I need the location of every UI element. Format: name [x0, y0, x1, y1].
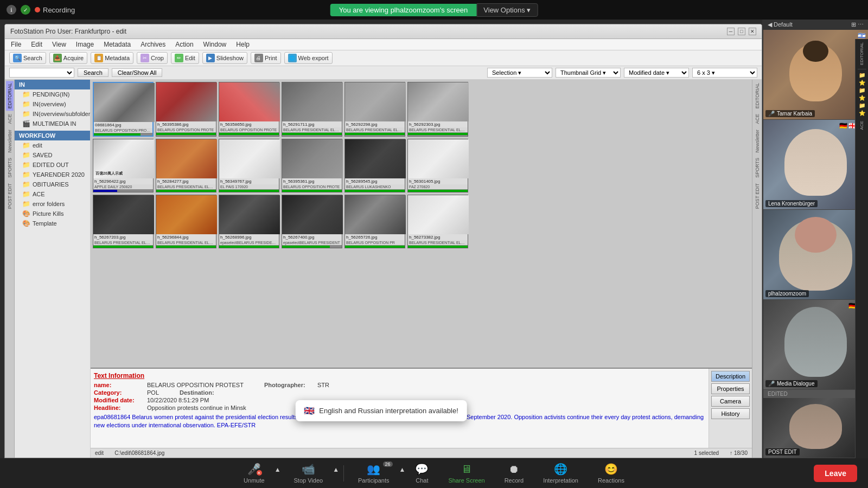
description-tab[interactable]: Description: [711, 371, 750, 382]
category-label: Category:: [94, 389, 143, 396]
vtab-postedit[interactable]: POST EDIT: [6, 181, 14, 211]
sidebar-item-ace[interactable]: 📁 ACE: [15, 189, 90, 199]
in-section-header[interactable]: IN: [15, 80, 90, 89]
clear-button[interactable]: Clear/Show All: [112, 68, 163, 77]
reactions-button[interactable]: 😊 Reactions: [588, 459, 634, 487]
sidebar-item-edit[interactable]: 📁 edit: [15, 140, 90, 150]
vtab-editorial[interactable]: EDITORIAL: [6, 81, 14, 111]
thumbnail-item[interactable]: 08681864.jpg BELARUS OPPOSITION PROTE: [93, 82, 154, 137]
record-button[interactable]: ⏺ Record: [495, 460, 533, 487]
strip-icon-4[interactable]: ⭐: [859, 95, 865, 101]
thumbnail-select[interactable]: Thumbnail Grid ▾: [556, 68, 621, 78]
webexport-toolbar-btn[interactable]: 🌐 Web export: [284, 52, 333, 64]
sidebar-item-obituaries[interactable]: 📁 OBITUARIES: [15, 179, 90, 189]
properties-tab[interactable]: Properties: [711, 383, 750, 394]
menu-edit[interactable]: Edit: [29, 40, 44, 49]
strip-ace[interactable]: ACE: [858, 120, 865, 131]
thumbnail-item[interactable]: h_56358650.jpg BELARUS OPPOSITION PROTE: [219, 82, 279, 137]
vtab-ace[interactable]: ACE: [6, 112, 14, 126]
menu-archives[interactable]: Archives: [139, 40, 167, 49]
menu-view[interactable]: View: [50, 40, 68, 49]
thumbnail-item[interactable]: h_56395361.jpg BELARUS OPPOSITION PROTE: [282, 139, 342, 192]
crop-toolbar-btn[interactable]: ✂ Crop: [137, 52, 168, 64]
chat-button[interactable]: 💬 Chat: [405, 459, 438, 487]
vtab-right-newsletter[interactable]: Newsletter: [754, 127, 761, 155]
strip-editorial[interactable]: EDITORIAL: [858, 41, 865, 66]
thumbnail-item[interactable]: h_56265726.jpg BELARUS OPPOSITION PR: [344, 195, 405, 248]
sidebar-item-multimedia[interactable]: 🎬 MULTIMEDIA IN: [15, 119, 90, 129]
unmute-caret[interactable]: ▲: [275, 466, 281, 473]
sidebar-item-saved[interactable]: 📁 SAVED: [15, 150, 90, 160]
thumbnail-item[interactable]: h_56349767.jpg EL PAIS 170920: [219, 139, 279, 192]
sidebar-item-in-subfolder[interactable]: 📁 IN(overview/subfolder): [15, 109, 90, 119]
participants-caret[interactable]: ▲: [399, 466, 406, 473]
vtab-sports[interactable]: SPORTS: [6, 156, 14, 180]
share-screen-button[interactable]: 🖥 Share Screen: [438, 460, 494, 487]
thumbnail-item[interactable]: h_56395386.jpg BELARUS OPPOSITION PROTE: [156, 82, 216, 137]
history-tab[interactable]: History: [711, 408, 750, 419]
strip-icon-1[interactable]: 📁: [859, 72, 865, 78]
camera-tab[interactable]: Camera: [711, 396, 750, 407]
menu-action[interactable]: Action: [174, 40, 195, 49]
sidebar-editedout-label: EDITED OUT: [33, 162, 69, 168]
sidebar-item-edited-out[interactable]: 📁 EDITED OUT: [15, 160, 90, 170]
thumbnail-item[interactable]: h_56296844.jpg BELARUS PRESIDENTIAL ELEC…: [156, 195, 216, 248]
sidebar-item-in-overview[interactable]: 📁 IN(overview): [15, 99, 90, 109]
strip-icon-6[interactable]: ⭐: [859, 110, 865, 116]
sidebar-item-pending[interactable]: 📁 PENDING(IN): [15, 89, 90, 99]
menu-window[interactable]: Window: [202, 40, 228, 49]
print-toolbar-btn[interactable]: 🖨 Print: [251, 52, 281, 64]
participants-button[interactable]: 👥 26 Participants: [348, 459, 399, 487]
interpretation-button[interactable]: 🌐 Interpretation: [533, 459, 588, 487]
leave-button[interactable]: Leave: [814, 465, 857, 482]
sidebar-item-picture-kills[interactable]: 🎨 Picture Kills: [15, 209, 90, 219]
vtab-right-postedit[interactable]: POST EDIT: [754, 181, 761, 211]
strip-icon-5[interactable]: 📁: [859, 102, 865, 108]
close-button[interactable]: ✕: [749, 28, 756, 35]
thumbnail-item[interactable]: h_56284277.jpg BELARUS PRESIDENTIAL ELEC…: [156, 139, 216, 192]
menu-help[interactable]: Help: [234, 40, 251, 49]
search-button[interactable]: Search: [78, 68, 108, 77]
thumbnail-item[interactable]: h_56292303.jpg BELARUS PRESIDENTIAL ELEC…: [407, 82, 468, 137]
vtab-right-ace[interactable]: ACE: [754, 112, 761, 126]
thumbnail-item[interactable]: h_56267203.jpg BELARUS PRESIDENTIAL ELEC…: [93, 195, 154, 248]
search-toolbar-btn[interactable]: 🔍 Search: [9, 52, 46, 64]
stop-video-button[interactable]: 📹 Stop Video: [284, 459, 333, 487]
edit-toolbar-btn[interactable]: ✏ Edit: [171, 52, 199, 64]
minimize-button[interactable]: ─: [727, 28, 735, 35]
selection-select[interactable]: Selection ▾: [487, 68, 552, 78]
filter-select[interactable]: [9, 68, 74, 78]
view-options-button[interactable]: View Options ▾: [476, 3, 538, 17]
slideshow-toolbar-btn[interactable]: ▶ Slideshow: [202, 52, 247, 64]
menu-image[interactable]: Image: [74, 40, 95, 49]
thumbnail-item[interactable]: 百億20萬人示威 h_56296422.jpg APPLE DAILY 2508…: [93, 139, 154, 192]
menu-metadata[interactable]: Metadata: [102, 40, 132, 49]
thumbnail-item[interactable]: h_56291711.jpg BELARUS PRESIDENTIAL ELEC…: [282, 82, 342, 137]
thumbnail-item[interactable]: h_56289545.jpg BELARUS LUKASHENKO: [344, 139, 405, 192]
metadata-toolbar-btn[interactable]: 📋 Metadata: [91, 52, 133, 64]
sort-select[interactable]: Modified date ▾: [624, 68, 689, 78]
vtab-newsletter[interactable]: Newsletter: [6, 127, 14, 155]
sidebar-item-error-folders[interactable]: 📁 error folders: [15, 199, 90, 209]
strip-icon-3[interactable]: 📁: [859, 87, 865, 93]
thumbnail-caption: BELARUS OPPOSITION PR: [345, 240, 405, 245]
menu-file[interactable]: File: [9, 40, 23, 49]
thumbnail-item[interactable]: h_56301405.jpg FAZ 270820: [407, 139, 468, 192]
vtab-right-sports[interactable]: SPORTS: [754, 156, 761, 180]
info-panel-title[interactable]: Text Information: [94, 372, 705, 380]
thumbnail-image: [408, 195, 469, 234]
workflow-section-header[interactable]: WORKFLOW: [15, 131, 90, 140]
grid-size-select[interactable]: 6 x 3 ▾: [692, 68, 757, 78]
thumbnail-item[interactable]: h_56268996.jpg epaselectBELARUS PRESIDEN…: [219, 195, 279, 248]
thumbnail-item[interactable]: h_56292298.jpg BELARUS PRESIDENTIAL ELEC…: [344, 82, 405, 137]
video-caret[interactable]: ▲: [333, 466, 339, 473]
sidebar-item-template[interactable]: 🎨 Template: [15, 219, 90, 228]
acquire-toolbar-btn[interactable]: 📥 Acquire: [49, 52, 87, 64]
vtab-right-editorial[interactable]: EDITORIAL: [754, 81, 761, 111]
unmute-button[interactable]: 🎤 ✕ Unmute: [234, 459, 275, 487]
thumbnail-item[interactable]: h_56273382.jpg BELARUS PRESIDENTIAL ELEC…: [407, 195, 468, 248]
maximize-button[interactable]: □: [738, 28, 745, 35]
thumbnail-item[interactable]: h_56267400.jpg epaselectBELARUS PRESIDEN…: [282, 195, 342, 248]
sidebar-item-yearender[interactable]: 📁 YEARENDER 2020: [15, 170, 90, 179]
strip-icon-2[interactable]: ⭐: [859, 80, 865, 86]
